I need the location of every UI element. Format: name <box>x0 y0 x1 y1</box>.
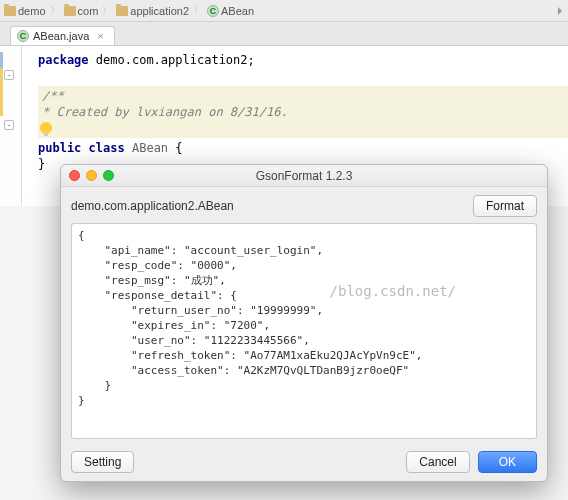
breadcrumb-label: com <box>78 5 99 17</box>
watermark-text: /blog.csdn.net/ <box>330 284 456 299</box>
dialog-title: GsonFormat 1.2.3 <box>256 169 353 183</box>
ok-button[interactable]: OK <box>478 451 537 473</box>
class-path-label: demo.com.application2.ABean <box>71 199 234 213</box>
dropdown-icon[interactable] <box>558 7 562 15</box>
json-content: { "api_name": "account_user_login", "res… <box>78 229 422 407</box>
class-name: ABean <box>132 141 168 155</box>
breadcrumb: demo 〉 com 〉 application2 〉 C ABean <box>0 0 568 22</box>
tab-filename: ABean.java <box>33 30 89 42</box>
chevron-right-icon: 〉 <box>48 4 62 18</box>
dialog-body: demo.com.application2.ABean Format { "ap… <box>61 187 547 445</box>
breadcrumb-label: ABean <box>221 5 254 17</box>
folder-icon <box>64 6 76 16</box>
gsonformat-dialog: GsonFormat 1.2.3 demo.com.application2.A… <box>60 164 548 482</box>
doc-line: * Created by lvxiangan on 8/31/16. <box>42 104 568 120</box>
chevron-right-icon: 〉 <box>100 4 114 18</box>
keyword-class: class <box>89 141 125 155</box>
zoom-window-icon[interactable] <box>103 170 114 181</box>
window-controls <box>69 170 114 181</box>
class-icon: C <box>207 5 219 17</box>
breadcrumb-label: application2 <box>130 5 189 17</box>
change-marker <box>0 68 3 116</box>
doc-open: /** <box>42 88 568 104</box>
close-window-icon[interactable] <box>69 170 80 181</box>
breadcrumb-item-abean[interactable]: C ABean <box>207 5 254 17</box>
lightbulb-icon[interactable] <box>40 122 52 134</box>
format-button[interactable]: Format <box>473 195 537 217</box>
change-marker <box>0 52 3 68</box>
folder-icon <box>116 6 128 16</box>
minimize-window-icon[interactable] <box>86 170 97 181</box>
keyword-package: package <box>38 53 89 67</box>
fold-icon[interactable]: - <box>4 120 14 130</box>
breadcrumb-label: demo <box>18 5 46 17</box>
dialog-footer: Setting Cancel OK <box>61 445 547 481</box>
close-icon[interactable]: × <box>97 30 103 42</box>
json-textarea[interactable]: { "api_name": "account_user_login", "res… <box>71 223 537 439</box>
fold-icon[interactable]: - <box>4 70 14 80</box>
tab-abean-java[interactable]: C ABean.java × <box>10 26 115 45</box>
javadoc-block: /** * Created by lvxiangan on 8/31/16. <box>38 86 568 138</box>
breadcrumb-item-com[interactable]: com <box>64 5 99 17</box>
class-icon: C <box>17 30 29 42</box>
folder-icon <box>4 6 16 16</box>
brace-open: { <box>175 141 182 155</box>
cancel-button[interactable]: Cancel <box>406 451 469 473</box>
chevron-right-icon: 〉 <box>191 4 205 18</box>
keyword-public: public <box>38 141 81 155</box>
package-path: demo.com.application2; <box>96 53 255 67</box>
breadcrumb-item-application2[interactable]: application2 <box>116 5 189 17</box>
setting-button[interactable]: Setting <box>71 451 134 473</box>
dialog-titlebar[interactable]: GsonFormat 1.2.3 <box>61 165 547 187</box>
editor-tabs: C ABean.java × <box>0 22 568 46</box>
breadcrumb-item-demo[interactable]: demo <box>4 5 46 17</box>
code-lines: package demo.com.application2; /** * Cre… <box>0 46 568 172</box>
